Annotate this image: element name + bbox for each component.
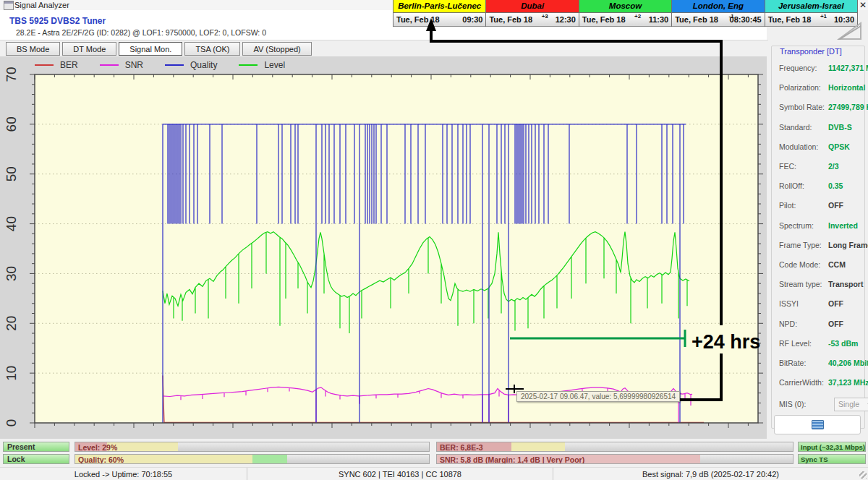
tab-strip: BS ModeDT ModeSignal Mon.TSA (OK)AV (Sto…	[0, 40, 868, 57]
meter-level: Level: 29%	[75, 442, 430, 452]
clock-city-label: Berlin-Paris-Lučenec	[393, 0, 485, 13]
clock-city-label: London, Eng	[672, 0, 764, 13]
transponder-row-frequency: Frequency:11427,371 MHz	[779, 64, 866, 74]
mis-dropdown[interactable]: Single	[834, 398, 868, 411]
row-value: -53 dBm	[828, 339, 858, 348]
svg-text:0: 0	[4, 419, 19, 427]
meter-snr: SNR: 5,8 dB (Margin: 1,4 dB | Very Poor)	[436, 454, 793, 464]
status-best-signal: Best signal: 7,9 dB (2025-02-17 20:42)	[553, 468, 868, 480]
clock-city-label: Dubai	[486, 0, 578, 13]
legend-swatch	[100, 64, 119, 66]
clock-time-row: Tue, Feb 18+211:30	[579, 13, 671, 27]
row-label: Polarization:	[779, 83, 821, 92]
row-value: Horizontal	[828, 83, 865, 92]
tab-av-stopped-[interactable]: AV (Stopped)	[242, 42, 311, 56]
clock-city-label: Moscow	[579, 0, 671, 13]
transponder-row-pilot: Pilot:OFF	[779, 201, 866, 211]
row-label: RF Level:	[779, 339, 812, 348]
clock-time: 11:30	[649, 15, 669, 24]
row-label: Pilot:	[779, 201, 796, 210]
clock-utc-offset: +1	[820, 13, 827, 20]
row-label: CarrierWidth:	[779, 378, 824, 387]
meter-fill-segment	[252, 455, 288, 463]
clock-london-eng[interactable]: London, EngTue, Feb 18-108:30:45	[671, 0, 764, 27]
transponder-row-issyi: ISSYIOFF	[779, 299, 866, 309]
row-label: Frequency:	[779, 64, 817, 72]
row-label: FEC:	[779, 162, 796, 171]
signal-chart-panel[interactable]: BERSNRQualityLevel 010203040506070	[0, 56, 767, 439]
clock-dubai[interactable]: DubaiTue, Feb 18+312:30	[485, 0, 578, 27]
row-label: Standard:	[779, 123, 812, 132]
clock-berlin-paris-lu-enec[interactable]: Berlin-Paris-LučenecTue, Feb 1809:30	[393, 0, 485, 27]
transponder-groupbox: Transponder [DT] Frequency:11427,371 MHz…	[771, 46, 865, 429]
legend-item-ber: BER	[35, 60, 78, 70]
mis-row: MIS (0): Single	[779, 400, 866, 410]
clock-date: Tue, Feb 18	[675, 15, 718, 24]
row-label: Spectrum:	[779, 221, 814, 230]
transponder-row-symbolrate: Symbol Rate:27499,789 KS/s	[779, 103, 866, 113]
row-value: CCM	[828, 260, 846, 269]
resize-grip[interactable]	[859, 471, 867, 479]
clock-time: 12:30	[556, 15, 576, 24]
tuner-title: TBS 5925 DVBS2 Tuner	[9, 16, 106, 26]
svg-text:50: 50	[4, 166, 19, 181]
legend-label: Quality	[190, 60, 217, 70]
legend-item-snr: SNR	[100, 60, 143, 70]
clock-time-row: Tue, Feb 1809:30	[393, 13, 485, 27]
meter-fill-segment	[107, 442, 178, 451]
status-box-lock: Lock	[3, 454, 69, 464]
meter-label: Quality: 60%	[78, 455, 124, 464]
row-value: 27499,789 KS/s	[828, 103, 868, 111]
transponder-row-polarization: Polarization:Horizontal	[779, 83, 866, 93]
transponder-row-npd: NPD:OFF	[779, 320, 866, 330]
transponder-row-modulation: Modulation:QPSK	[779, 142, 866, 153]
svg-text:20: 20	[4, 316, 19, 331]
row-label: Symbol Rate:	[779, 103, 825, 111]
row-value: OFF	[828, 320, 843, 328]
meter-quality: Quality: 60%	[75, 454, 430, 464]
app-icon	[4, 1, 14, 10]
tab-bs-mode[interactable]: BS Mode	[6, 42, 60, 56]
clock-utc-offset: +3	[542, 13, 548, 20]
clock-date: Tue, Feb 18	[768, 15, 812, 24]
tab-tsa-ok-[interactable]: TSA (OK)	[184, 42, 240, 56]
tab-dt-mode[interactable]: DT Mode	[62, 42, 116, 56]
row-label: Modulation:	[779, 142, 818, 151]
world-clocks-panel: Berlin-Paris-LučenecTue, Feb 1809:30Duba…	[393, 0, 858, 27]
meter-fill-segment	[511, 442, 565, 451]
clock-time: 08:30:45	[730, 15, 762, 24]
row-value: OFF	[828, 201, 843, 210]
row-label: Code Mode:	[779, 260, 820, 269]
close-icon[interactable]: ✕	[859, 1, 867, 9]
mis-value: Single	[838, 400, 859, 408]
row-label: Frame Type:	[779, 241, 822, 249]
row-value: Long Frame	[828, 241, 868, 249]
clock-moscow[interactable]: MoscowTue, Feb 18+211:30	[579, 0, 671, 27]
export-button[interactable]	[774, 415, 861, 434]
transponder-row-fec: FEC:2/3	[779, 162, 866, 172]
legend-swatch	[239, 64, 258, 66]
status-box-present: Present	[3, 442, 69, 452]
signal-plot[interactable]: 010203040506070	[0, 56, 767, 442]
meter-label: Level: 29%	[78, 443, 117, 452]
row-value: 11427,371 MHz	[828, 64, 868, 72]
row-value: 37,123 MHz	[828, 378, 868, 387]
row-label: Stream type:	[779, 280, 822, 288]
status-sync-counters: SYNC 602 | TEI 40163 | CC 10878	[247, 468, 553, 480]
clock-time-row: Tue, Feb 18+312:30	[486, 13, 578, 27]
svg-text:30: 30	[4, 266, 19, 281]
clock-time: 09:30	[462, 15, 482, 24]
transponder-row-bitrate: BitRate:40,206 Mbit/s	[779, 359, 866, 369]
transponder-row-rflevel: RF Level:-53 dBm	[779, 339, 866, 349]
row-label: NPD:	[779, 320, 797, 328]
transponder-sidebar: Transponder [DT] Frequency:11427,371 MHz…	[768, 40, 868, 439]
clock-time-row: Tue, Feb 18-108:30:45	[672, 13, 764, 27]
tab-signal-mon-[interactable]: Signal Mon.	[119, 42, 182, 56]
row-value: 40,206 Mbit/s	[828, 359, 868, 367]
legend-item-quality: Quality	[165, 60, 217, 70]
svg-text:40: 40	[4, 216, 19, 231]
clock-date: Tue, Feb 18	[489, 15, 532, 24]
row-label: BitRate:	[779, 359, 806, 367]
transponder-row-frametype: Frame Type:Long Frame	[779, 241, 866, 251]
transponder-header: Transponder [DT]	[778, 47, 844, 56]
